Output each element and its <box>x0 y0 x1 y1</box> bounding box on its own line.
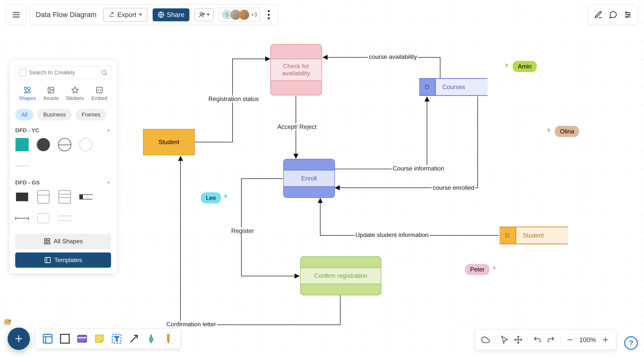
collab-icon <box>199 11 206 18</box>
plus-icon <box>14 334 24 344</box>
entity-student[interactable]: Student <box>143 129 195 155</box>
tab-assets[interactable]: Assets <box>40 84 62 103</box>
edge-label-update-student: Update student information <box>354 231 430 239</box>
all-shapes-button[interactable]: All Shapes <box>15 234 111 249</box>
datastore-courses[interactable]: D Courses <box>419 78 488 96</box>
star-icon <box>71 86 79 94</box>
top-right-toolbar <box>588 5 638 25</box>
process-check-availability[interactable]: Check for availability <box>270 44 322 95</box>
bottom-right-toolbar: 100% <box>475 330 616 350</box>
svg-point-11 <box>629 14 630 15</box>
search-row <box>15 66 111 79</box>
shape-dash-rect[interactable] <box>37 211 50 225</box>
tool-card[interactable] <box>76 333 88 345</box>
search-logo-icon <box>19 69 26 76</box>
chip-all[interactable]: All <box>15 109 33 121</box>
more-menu-button[interactable] <box>265 10 272 19</box>
svg-rect-26 <box>48 242 50 244</box>
svg-rect-27 <box>45 258 50 263</box>
tool-rect[interactable] <box>59 333 71 345</box>
process-confirm-registration[interactable]: Confirm registration <box>300 256 381 295</box>
tab-stickers[interactable]: Stickers <box>63 84 87 103</box>
shape-dash-ds[interactable] <box>58 211 71 225</box>
undo-icon[interactable] <box>533 335 542 344</box>
chip-business[interactable]: Business <box>37 109 72 121</box>
svg-point-13 <box>102 70 106 74</box>
datastore-courses-name: Courses <box>436 79 488 95</box>
shape-circle-line[interactable] <box>58 138 71 151</box>
panel-footer: All Shapes Templates <box>15 234 111 268</box>
shape-process[interactable] <box>37 190 50 204</box>
zoom-level[interactable]: 100% <box>579 336 596 344</box>
cursor-amin: Amin <box>504 58 537 72</box>
collaboration-button[interactable] <box>194 8 214 21</box>
svg-point-12 <box>626 16 628 18</box>
zoom-out-icon[interactable] <box>566 335 574 344</box>
panel-tabs: Shapes Assets Stickers Embed <box>15 84 111 103</box>
svg-rect-23 <box>44 239 46 241</box>
redo-icon[interactable] <box>547 335 555 344</box>
avatar-3[interactable] <box>239 10 249 20</box>
process-enroll[interactable]: Enroll <box>283 159 335 198</box>
edit-icon[interactable] <box>594 10 603 19</box>
pointer-icon[interactable] <box>500 335 509 344</box>
zoom-in-icon[interactable] <box>601 335 610 344</box>
tool-text[interactable]: T <box>111 333 122 345</box>
add-fab[interactable] <box>8 328 30 350</box>
cursor-icon <box>546 127 552 133</box>
avatars-group[interactable]: S +3 <box>219 8 260 22</box>
edge-label-register: Register <box>230 227 255 234</box>
tab-embed[interactable]: Embed <box>88 84 110 103</box>
templates-label: Templates <box>54 257 82 264</box>
cursor-icon <box>221 192 230 201</box>
datastore-student-code: D <box>499 227 516 244</box>
avatar-more[interactable]: +3 <box>251 11 257 18</box>
document-title[interactable]: Data Flow Diagram <box>36 11 98 19</box>
shape-rect-teal[interactable] <box>15 138 29 151</box>
shape-circle-dark[interactable] <box>37 138 50 151</box>
cursor-peter: Peter <box>463 261 497 275</box>
datastore-courses-code: D <box>419 79 436 95</box>
tab-shapes[interactable]: Shapes <box>16 84 39 103</box>
tool-arrow[interactable] <box>128 333 140 345</box>
menu-button[interactable] <box>6 5 26 25</box>
tool-highlighter[interactable] <box>163 333 174 345</box>
edge-label-confirmation: Confirmation letter <box>165 321 217 328</box>
edge-label-course-information: Course information <box>392 165 445 172</box>
shape-dashed-line[interactable] <box>15 159 29 173</box>
section-gs-header[interactable]: DFD - GS <box>15 179 111 186</box>
cloud-icon[interactable] <box>481 335 490 344</box>
search-input[interactable] <box>29 69 99 76</box>
svg-point-5 <box>200 12 202 15</box>
caret-down-icon <box>139 14 142 16</box>
share-label: Share <box>167 11 184 19</box>
comment-icon[interactable] <box>609 10 617 19</box>
shape-circle-dashed[interactable] <box>79 138 93 151</box>
cursor-icon <box>490 264 498 273</box>
settings-icon[interactable] <box>623 10 632 19</box>
pan-icon[interactable] <box>514 335 523 344</box>
shape-process-2[interactable] <box>58 190 71 204</box>
hamburger-icon <box>12 10 21 19</box>
tool-frame[interactable] <box>42 333 53 345</box>
tool-sticky[interactable] <box>94 333 105 345</box>
tool-pen[interactable] <box>145 333 157 345</box>
image-icon <box>47 86 55 94</box>
help-button[interactable]: ? <box>624 336 638 350</box>
chips-row: All Business Frames <box>15 109 111 121</box>
export-button[interactable]: Export <box>103 8 148 22</box>
svg-point-10 <box>626 12 627 13</box>
shape-rect-dark[interactable] <box>15 190 29 204</box>
svg-text:T: T <box>115 335 119 343</box>
section-yc-header[interactable]: DFD - YC <box>15 127 111 134</box>
svg-line-41 <box>131 335 137 342</box>
shape-datastore[interactable] <box>79 190 93 204</box>
shape-flow-line[interactable] <box>15 211 29 225</box>
share-button[interactable]: Share <box>153 8 189 21</box>
chip-frames[interactable]: Frames <box>76 109 107 121</box>
globe-icon <box>158 11 164 18</box>
datastore-student[interactable]: D Student <box>499 227 568 244</box>
templates-button[interactable]: Templates <box>15 252 111 268</box>
search-icon[interactable] <box>101 69 108 76</box>
entity-student-label: Student <box>158 139 180 146</box>
